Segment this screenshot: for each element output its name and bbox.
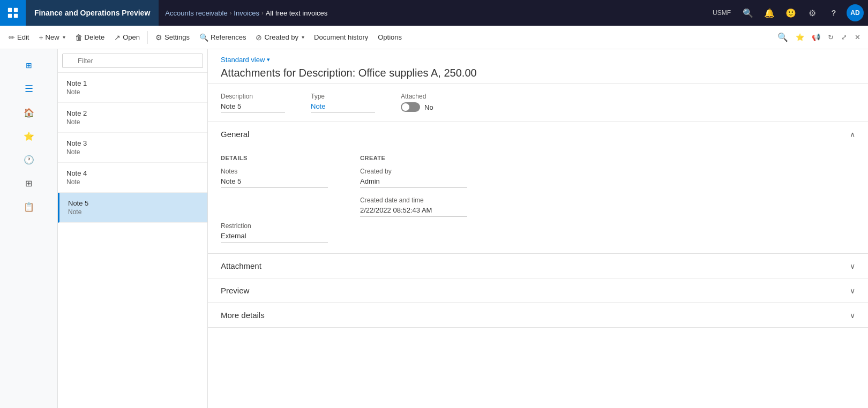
filter-input[interactable] (62, 54, 203, 68)
general-section: General ∧ DETAILS Notes Note 5 (208, 122, 868, 254)
list-item-title: Note 5 (68, 199, 199, 207)
list-item-title: Note 3 (66, 139, 199, 147)
breadcrumb-sep-1: › (230, 10, 232, 16)
created-date-label: Created date and time (360, 197, 467, 204)
app-grid-icon[interactable] (0, 0, 26, 26)
top-bar-right: USMF 🔍 🔔 🙂 ⚙ ? AD (708, 4, 868, 21)
created-date-field: Created date and time 2/22/2022 08:52:43… (360, 197, 467, 217)
attachment-section-title: Attachment (221, 261, 261, 270)
preview-section-chevron: ∨ (850, 286, 855, 295)
section-columns: DETAILS Notes Note 5 Restriction Externa… (221, 155, 855, 243)
svg-rect-3 (14, 14, 18, 18)
details-column: DETAILS Notes Note 5 Restriction Externa… (221, 155, 328, 243)
toggle-label: No (424, 103, 433, 111)
delete-button[interactable]: 🗑 Delete (71, 29, 109, 46)
list-items: Note 1 Note Note 2 Note Note 3 Note Note… (58, 73, 207, 408)
avatar[interactable]: AD (847, 4, 864, 21)
list-item[interactable]: Note 1 Note (58, 73, 207, 103)
sidebar-menu-icon[interactable]: ☰ (18, 78, 40, 100)
list-item-subtitle: Note (66, 88, 199, 96)
created-by-button[interactable]: ⊘ Created by (251, 29, 309, 46)
options-button[interactable]: Options (373, 29, 406, 46)
breadcrumb-accounts-receivable[interactable]: Accounts receivable (165, 9, 227, 17)
list-item[interactable]: Note 2 Note (58, 103, 207, 133)
list-panel: 🔍 Note 1 Note Note 2 Note Note 3 Note No… (58, 49, 208, 408)
search-icon[interactable]: 🔍 (739, 4, 757, 21)
sidebar-star-icon[interactable]: ⭐ (18, 125, 40, 147)
description-field: Description Note 5 (221, 93, 285, 113)
standard-view-button[interactable]: Standard view ▾ (221, 56, 855, 64)
sidebar-home-icon[interactable]: 🏠 (18, 102, 40, 123)
references-icon: 🔍 (199, 33, 208, 42)
app-title: Finance and Operations Preview (26, 0, 159, 26)
general-section-header[interactable]: General ∧ (208, 122, 868, 146)
breadcrumb-current: All free text invoices (266, 9, 328, 17)
attachment-section-chevron: ∨ (850, 262, 855, 270)
close-icon[interactable]: ✕ (851, 29, 864, 46)
list-item-subtitle: Note (66, 148, 199, 156)
sidebar-filter-icon[interactable]: ⊞ (18, 55, 40, 76)
type-field: Type Note (311, 93, 375, 113)
create-field-group: Created by Admin Created date and time 2… (360, 168, 467, 217)
created-date-value[interactable]: 2/22/2022 08:52:43 AM (360, 206, 467, 217)
list-item[interactable]: Note 3 Note (58, 133, 207, 163)
breadcrumb-sep-2: › (261, 10, 264, 16)
breadcrumb: Accounts receivable › Invoices › All fre… (159, 9, 334, 17)
notes-value[interactable]: Note 5 (221, 177, 328, 188)
svg-rect-0 (8, 8, 12, 12)
general-section-content: DETAILS Notes Note 5 Restriction Externa… (208, 146, 868, 253)
form-top-fields: Description Note 5 Type Note Attached No (208, 84, 868, 122)
list-item-selected[interactable]: Note 5 Note (58, 193, 207, 223)
more-details-section-header[interactable]: More details ∨ (208, 303, 868, 327)
general-section-title: General (221, 130, 249, 139)
list-item[interactable]: Note 4 Note (58, 163, 207, 193)
preview-section-header[interactable]: Preview ∨ (208, 278, 868, 303)
sidebar-list-icon[interactable]: 📋 (18, 196, 40, 217)
toolbar: ✏ Edit + New 🗑 Delete ↗ Open ⚙ Settings … (0, 26, 868, 49)
notes-field: Notes Note 5 (221, 168, 328, 188)
standard-view-chevron: ▾ (267, 56, 270, 63)
list-filter-area: 🔍 (58, 49, 207, 73)
help-icon[interactable]: ? (825, 4, 842, 21)
sidebar-grid-icon[interactable]: ⊞ (18, 172, 40, 194)
attached-field: Attached No (401, 93, 433, 113)
top-bar: Finance and Operations Preview Accounts … (0, 0, 868, 26)
restriction-value[interactable]: External (221, 232, 328, 243)
document-history-button[interactable]: Document history (310, 29, 372, 46)
standard-view-label: Standard view (221, 56, 265, 64)
breadcrumb-invoices[interactable]: Invoices (234, 9, 259, 17)
toolbar-search-icon: 🔍 (777, 32, 788, 42)
edit-button[interactable]: ✏ Edit (4, 29, 33, 46)
description-value[interactable]: Note 5 (221, 102, 285, 113)
created-by-field: Created by Admin (360, 168, 467, 188)
bell-icon[interactable]: 🔔 (761, 4, 778, 21)
audio-icon[interactable]: 📢 (809, 29, 824, 46)
type-label: Type (311, 93, 375, 100)
delete-icon: 🗑 (75, 33, 83, 42)
settings-button[interactable]: ⚙ Settings (151, 29, 194, 46)
create-column-header: CREATE (360, 155, 467, 161)
references-button[interactable]: 🔍 References (195, 29, 250, 46)
preview-section: Preview ∨ (208, 278, 868, 303)
sidebar-recent-icon[interactable]: 🕐 (18, 149, 40, 170)
general-section-chevron: ∧ (850, 130, 855, 139)
detail-panel: Standard view ▾ Attachments for Descript… (208, 49, 868, 408)
open-button[interactable]: ↗ Open (110, 29, 144, 46)
attachment-section-header[interactable]: Attachment ∨ (208, 254, 868, 278)
separator-1 (147, 31, 148, 44)
attachment-section: Attachment ∨ (208, 254, 868, 278)
restriction-field: Restriction External (221, 222, 328, 243)
type-value[interactable]: Note (311, 102, 375, 113)
toolbar-search-button[interactable]: 🔍 (774, 29, 791, 46)
new-button[interactable]: + New (34, 29, 69, 46)
description-label: Description (221, 93, 285, 100)
created-by-value[interactable]: Admin (360, 177, 467, 188)
refresh-icon[interactable]: ↻ (825, 29, 837, 46)
smiley-icon[interactable]: 🙂 (782, 4, 799, 21)
gear-icon[interactable]: ⚙ (804, 4, 821, 21)
svg-rect-1 (14, 8, 18, 12)
favorite-icon[interactable]: ⭐ (792, 29, 807, 46)
expand-icon[interactable]: ⤢ (838, 29, 850, 46)
toggle-field: No (401, 102, 433, 112)
attached-toggle[interactable] (401, 102, 420, 112)
